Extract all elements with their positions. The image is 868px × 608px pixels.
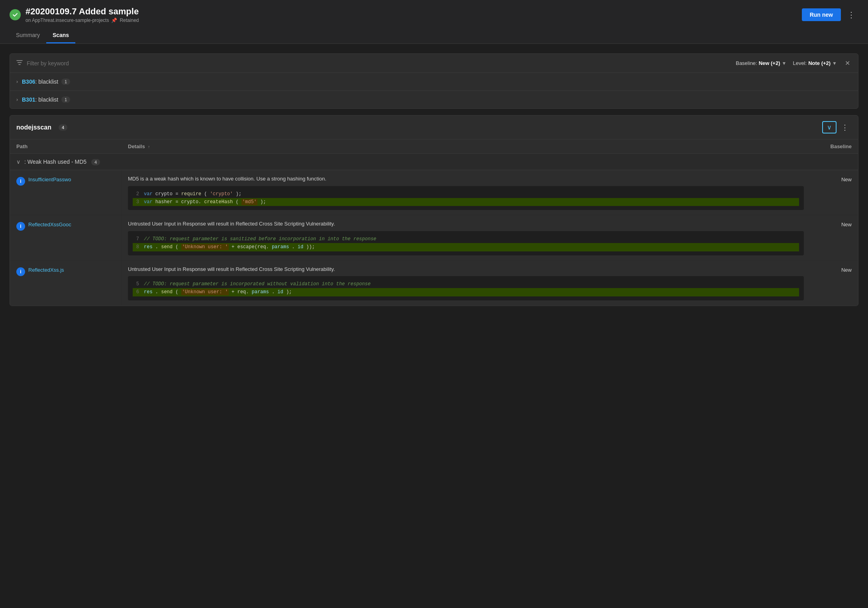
finding-name-2[interactable]: ReflectedXssGooc xyxy=(28,222,71,228)
baseline-label: Baseline: xyxy=(736,60,757,66)
page-header: #20200109.7 Added sample on AppThreat.in… xyxy=(0,0,868,44)
finding-right-3: New xyxy=(810,261,858,305)
filter-icon xyxy=(16,59,23,67)
finding-center-1: MD5 is a a weak hash which is known to h… xyxy=(122,170,810,215)
finding-left-3: i ReflectedXss.js xyxy=(10,261,122,305)
header-left: #20200109.7 Added sample on AppThreat.in… xyxy=(10,6,139,23)
tab-summary[interactable]: Summary xyxy=(10,28,46,43)
code-line-3-6: 6 res . send ( 'Unknown user: ' + req. p… xyxy=(133,288,799,296)
finding-right-1: New xyxy=(810,170,858,215)
expand-panel-button[interactable]: ∨ xyxy=(822,121,837,133)
scanner-count: 4 xyxy=(59,124,67,131)
info-icon-2: i xyxy=(16,222,25,231)
code-block-1: 2 var crypto = require ( 'crypto' ); 3 xyxy=(128,186,804,210)
baseline-dropdown[interactable]: Baseline: New (+2) ▼ xyxy=(736,60,786,66)
scanner-more-button[interactable]: ⋮ xyxy=(838,122,852,133)
pin-icon: 📌 xyxy=(111,18,117,23)
finding-desc-1: MD5 is a a weak hash which is known to h… xyxy=(128,175,804,183)
finding-name-1[interactable]: InsufficientPasswo xyxy=(28,177,71,182)
code-line-3-5: 5 // TODO: request parameter is incorpor… xyxy=(133,280,799,288)
info-icon-3: i xyxy=(16,267,25,276)
code-line-2-8: 8 res . send ( 'Unknown user: ' + escape… xyxy=(133,243,799,251)
filter-type-b301: : blacklist xyxy=(35,96,58,103)
filter-type-b306: : blacklist xyxy=(35,78,58,85)
scanner-title: nodejsscan 4 xyxy=(16,124,67,131)
level-value: Note (+2) xyxy=(808,60,831,66)
baseline-chevron-icon: ▼ xyxy=(782,61,787,66)
code-line-2-7: 7 // TODO: request parameter is sanitize… xyxy=(133,235,799,243)
filter-results: › B306 : blacklist 1 › B301 : blacklist … xyxy=(10,73,858,108)
group-count-badge: 4 xyxy=(91,159,100,165)
col-baseline: Baseline xyxy=(804,143,852,149)
baseline-value: New (+2) xyxy=(759,60,780,66)
finding-desc-2: Untrusted User Input in Response will re… xyxy=(128,220,804,228)
sort-icon: ↑ xyxy=(148,145,150,149)
finding-row-3: i ReflectedXss.js Untrusted User Input i… xyxy=(10,261,858,306)
baseline-value-1: New xyxy=(841,177,852,182)
scanner-header: nodejsscan 4 ∨ ⋮ xyxy=(10,116,858,139)
page-title: #20200109.7 Added sample xyxy=(26,6,139,17)
scanner-actions: ∨ ⋮ xyxy=(822,121,852,133)
finding-left-1: i InsufficientPasswo xyxy=(10,170,122,215)
close-filter-button[interactable]: ✕ xyxy=(843,59,852,68)
finding-right-2: New xyxy=(810,215,858,260)
expand-arrow-b301: › xyxy=(16,97,18,102)
filter-bar-top: Baseline: New (+2) ▼ Level: Note (+2) ▼ … xyxy=(10,54,858,73)
header-top: #20200109.7 Added sample on AppThreat.in… xyxy=(10,6,858,23)
tab-bar: Summary Scans xyxy=(10,28,858,43)
baseline-value-3: New xyxy=(841,267,852,273)
finding-center-2: Untrusted User Input in Response will re… xyxy=(122,215,810,260)
finding-name-3[interactable]: ReflectedXss.js xyxy=(28,267,64,273)
scanner-panel: nodejsscan 4 ∨ ⋮ Path Details ↑ Baseline… xyxy=(10,115,858,306)
finding-row-1: i InsufficientPasswo MD5 is a a weak has… xyxy=(10,170,858,215)
level-label: Level: xyxy=(793,60,807,66)
header-title-block: #20200109.7 Added sample on AppThreat.in… xyxy=(26,6,139,23)
code-block-3: 5 // TODO: request parameter is incorpor… xyxy=(128,276,804,300)
main-content: Baseline: New (+2) ▼ Level: Note (+2) ▼ … xyxy=(0,44,868,316)
filter-code-b306: B306 xyxy=(22,78,35,85)
filter-row-b306[interactable]: › B306 : blacklist 1 xyxy=(10,73,858,91)
tab-scans[interactable]: Scans xyxy=(46,28,75,43)
retained-label: Retained xyxy=(120,18,139,23)
col-details: Details ↑ xyxy=(128,143,804,149)
code-line-1-2: 2 var crypto = require ( 'crypto' ); xyxy=(133,190,799,198)
finding-center-3: Untrusted User Input in Response will re… xyxy=(122,261,810,305)
level-chevron-icon: ▼ xyxy=(832,61,837,66)
run-new-button[interactable]: Run new xyxy=(802,8,841,21)
group-chevron-icon: ∨ xyxy=(16,159,20,165)
filter-badge-b306: 1 xyxy=(61,78,70,85)
code-line-1-3: 3 var hasher = crypto. createHash ( 'md5… xyxy=(133,198,799,206)
group-row-weak-hash[interactable]: ∨ : Weak Hash used - MD5 4 xyxy=(10,154,858,170)
scanner-name: nodejsscan xyxy=(16,124,51,131)
header-actions: Run new ⋮ xyxy=(802,8,858,21)
filter-input[interactable] xyxy=(27,60,736,67)
group-label: : Weak Hash used - MD5 4 xyxy=(24,159,100,165)
filter-controls: Baseline: New (+2) ▼ Level: Note (+2) ▼ … xyxy=(736,59,852,68)
filter-row-b301[interactable]: › B301 : blacklist 1 xyxy=(10,91,858,108)
status-icon xyxy=(10,9,21,20)
finding-left-2: i ReflectedXssGooc xyxy=(10,215,122,260)
baseline-value-2: New xyxy=(841,222,852,228)
info-icon-1: i xyxy=(16,177,25,186)
header-subtitle: on AppThreat.insecure-sample-projects 📌 … xyxy=(26,18,139,23)
col-path: Path xyxy=(16,143,128,149)
table-header: Path Details ↑ Baseline xyxy=(10,139,858,154)
more-menu-button[interactable]: ⋮ xyxy=(844,8,858,21)
level-dropdown[interactable]: Level: Note (+2) ▼ xyxy=(793,60,837,66)
code-block-2: 7 // TODO: request parameter is sanitize… xyxy=(128,231,804,255)
expand-arrow-b306: › xyxy=(16,79,18,84)
finding-row-2: i ReflectedXssGooc Untrusted User Input … xyxy=(10,215,858,260)
finding-desc-3: Untrusted User Input in Response will re… xyxy=(128,265,804,273)
subtitle-text: on AppThreat.insecure-sample-projects xyxy=(26,18,109,23)
filter-bar: Baseline: New (+2) ▼ Level: Note (+2) ▼ … xyxy=(10,53,858,109)
filter-code-b301: B301 xyxy=(22,96,35,103)
filter-badge-b301: 1 xyxy=(61,96,70,103)
